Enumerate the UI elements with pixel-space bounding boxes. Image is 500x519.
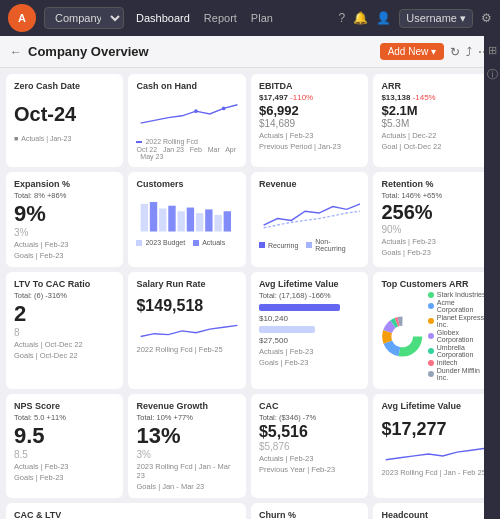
cards-grid: Zero Cash Date Oct-24 ■ Actuals | Jan-23…	[6, 74, 494, 519]
customers-chart	[136, 193, 237, 235]
nav-right: ? 🔔 👤 Username ▾ ⚙	[339, 9, 492, 28]
revenue-growth-card: Revenue Growth Total: 10% +77% 13% 3% 20…	[128, 394, 245, 498]
ltv-cac-card: LTV To CAC Ratio Total: (6) -316% 2 8 Ac…	[6, 272, 123, 389]
svg-rect-3	[150, 202, 157, 232]
svg-point-1	[222, 107, 226, 111]
page-title: Company Overview	[28, 44, 149, 59]
top-customers-card: Top Customers ARR Stark Industries Acme …	[373, 272, 494, 389]
subheader: ← Company Overview Add New ▾ ↻ ⤴ ⋯	[0, 36, 500, 68]
svg-rect-11	[224, 211, 231, 231]
back-button[interactable]: ←	[10, 45, 22, 59]
bell-icon[interactable]: 🔔	[353, 11, 368, 25]
svg-rect-9	[206, 209, 213, 231]
user-icon[interactable]: 👤	[376, 11, 391, 25]
svg-point-0	[195, 109, 199, 113]
nav-report[interactable]: Report	[204, 12, 237, 24]
revenue-card: Revenue Recurring Non-Recurring	[251, 172, 368, 267]
right-sidebar: ⊞ ⓘ	[484, 36, 500, 519]
logo: A	[8, 4, 36, 32]
salary-run-rate-card: Salary Run Rate $149,518 2022 Rolling Fc…	[128, 272, 245, 389]
customers-card: Customers 2023 Budget Actuals	[128, 172, 245, 267]
svg-rect-4	[160, 208, 167, 231]
company-select[interactable]: Company A	[44, 7, 124, 29]
top-navigation: A Company A Dashboard Report Plan ? 🔔 👤 …	[0, 0, 500, 36]
ebitda-card: EBITDA $17,497 -110% $6,992 $14,689 Actu…	[251, 74, 368, 167]
donut-chart	[381, 309, 423, 364]
zero-cash-date-card: Zero Cash Date Oct-24 ■ Actuals | Jan-23	[6, 74, 123, 167]
avg-lifetime-bar2	[259, 326, 315, 333]
retention-card: Retention % Total: 146% +65% 256% 90% Ac…	[373, 172, 494, 267]
svg-rect-5	[169, 206, 176, 232]
avg-lifetime-bar1	[259, 304, 340, 311]
salary-sparkline	[136, 319, 237, 341]
avg-lifetime-card: Avg Lifetime Value Total: (17,168) -166%…	[251, 272, 368, 389]
svg-rect-10	[215, 215, 222, 232]
subheader-actions: Add New ▾ ↻ ⤴ ⋯	[380, 43, 490, 60]
nav-links: Dashboard Report Plan	[136, 12, 273, 24]
svg-rect-8	[196, 213, 203, 231]
revenue-chart	[259, 191, 360, 236]
add-new-button[interactable]: Add New ▾	[380, 43, 444, 60]
cash-sparkline	[136, 96, 237, 131]
sidebar-info-icon[interactable]: ⓘ	[487, 67, 498, 82]
arr-card: ARR $13,138 -145% $2.1M $5.3M Actuals | …	[373, 74, 494, 167]
nav-plan[interactable]: Plan	[251, 12, 273, 24]
svg-rect-6	[178, 211, 185, 231]
sidebar-expand-icon[interactable]: ⊞	[488, 44, 497, 57]
refresh-icon[interactable]: ↻	[450, 45, 460, 59]
nps-score-card: NPS Score Total: 5.0 +11% 9.5 8.5 Actual…	[6, 394, 123, 498]
main-content: Zero Cash Date Oct-24 ■ Actuals | Jan-23…	[0, 68, 500, 519]
help-icon[interactable]: ?	[339, 11, 346, 25]
cash-on-hand-card: Cash on Hand 2022 Rolling Fcd Oct 22 Jan…	[128, 74, 245, 167]
avg-lifetime-sparkline	[381, 444, 486, 464]
nav-dashboard[interactable]: Dashboard	[136, 12, 190, 24]
churn-card: Churn % Total: 1 +43% 5% 2% Actuals | Fe…	[251, 503, 368, 519]
expansion-card: Expansion % Total: 8% +86% 9% 3% Actuals…	[6, 172, 123, 267]
avg-lifetime-value-card: Avg Lifetime Value $17,277 2023 Rolling …	[373, 394, 494, 498]
username-button[interactable]: Username ▾	[399, 9, 473, 28]
headcount-card: Headcount Total: 1 +4% 25 2023 Rolling F…	[373, 503, 494, 519]
cac-ltv-card: CAC & LTV CLTV CAC	[6, 503, 246, 519]
svg-point-19	[393, 327, 411, 345]
svg-rect-2	[141, 204, 148, 232]
svg-rect-7	[187, 208, 194, 232]
share-icon[interactable]: ⤴	[466, 45, 472, 59]
cac-card: CAC Total: ($346) -7% $5,516 $5,876 Actu…	[251, 394, 368, 498]
settings-icon[interactable]: ⚙	[481, 11, 492, 25]
